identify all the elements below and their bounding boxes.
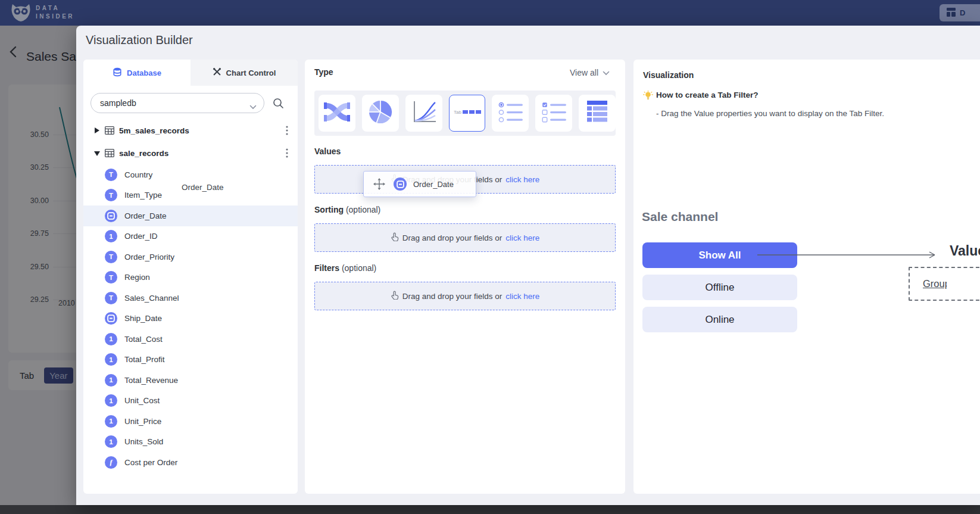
field-row[interactable]: 1Unit_Cost <box>83 391 298 412</box>
filters-dropzone[interactable]: Drag and drop your fields or click here <box>314 282 616 310</box>
dashboard-button-label: D <box>960 8 965 17</box>
field-row[interactable]: TRegion <box>83 267 298 288</box>
values-label: Values <box>314 147 341 156</box>
top-navbar: DATA INSIDER D <box>0 0 980 26</box>
sorting-dropzone[interactable]: Drag and drop your fields or click here <box>314 223 616 252</box>
caret-right-icon[interactable] <box>94 127 101 133</box>
search-icon[interactable] <box>273 98 284 111</box>
modal-title: Visualization Builder <box>86 33 193 47</box>
tab-database[interactable]: Database <box>83 60 191 86</box>
chart-type-tab-filter[interactable]: Tab <box>449 95 486 132</box>
annotation-group-box: Group <box>909 267 980 301</box>
field-type-function-icon: ƒ <box>105 456 117 469</box>
field-row[interactable]: TSales_Channel <box>83 288 298 309</box>
field-type-text-icon: T <box>105 271 117 284</box>
tab-filter-icon: Tab <box>454 107 481 119</box>
channel-button-offline[interactable]: Offline <box>642 275 797 300</box>
chevron-down-icon <box>603 68 610 77</box>
database-select-value: sampledb <box>100 98 136 108</box>
brand-line-bottom: INSIDER <box>36 13 74 21</box>
schema-tree: 5m_sales_recordssale_recordsTCountryTIte… <box>83 119 298 473</box>
annotation-group-label: Group <box>923 278 947 289</box>
field-type-text-icon: T <box>105 169 117 181</box>
click-here-link[interactable]: click here <box>505 175 539 184</box>
view-all-button[interactable]: View all <box>570 68 610 77</box>
table-name: 5m_sales_records <box>119 126 189 135</box>
click-here-link[interactable]: click here <box>505 233 539 242</box>
field-name: Ship_Date <box>124 314 162 323</box>
kebab-menu-icon[interactable] <box>286 126 288 138</box>
drag-ghost-card[interactable]: Order_Date <box>363 171 476 197</box>
field-type-number-icon: 1 <box>105 374 117 387</box>
field-row[interactable]: TItem_Type <box>83 185 298 206</box>
chart-type-single-select[interactable] <box>492 95 529 132</box>
app: DATA INSIDER D Sales Sa 30.5030.2530.002… <box>0 0 980 514</box>
caret-down-icon[interactable] <box>94 151 101 156</box>
field-name: Sales_Channel <box>124 294 179 303</box>
table-row[interactable]: sale_records <box>83 142 298 164</box>
chart-type-sankey[interactable] <box>319 95 355 132</box>
type-label: Type <box>314 67 333 77</box>
tab-database-label: Database <box>127 68 161 77</box>
chart-type-table-chart[interactable] <box>579 95 616 132</box>
field-type-number-icon: 1 <box>105 435 117 448</box>
field-row[interactable]: 1Units_Sold <box>83 432 298 453</box>
sorting-label: Sorting (optional) <box>314 205 380 214</box>
click-here-link[interactable]: click here <box>505 292 539 301</box>
widget-title: Sale channel <box>642 210 718 224</box>
annotation-value-label: Value <box>950 243 980 259</box>
field-name: Region <box>124 273 150 282</box>
line-chart-icon <box>411 100 437 126</box>
chart-type-multi-select[interactable] <box>535 95 572 132</box>
field-row[interactable]: TOrder_Priority <box>83 247 298 267</box>
tools-icon <box>213 67 221 78</box>
visualization-panel: Visualization How to create a Tab Filter… <box>633 60 980 494</box>
svg-text:Tab: Tab <box>454 110 461 115</box>
field-type-number-icon: 1 <box>105 415 117 428</box>
field-type-text-icon: T <box>105 251 117 263</box>
hand-icon <box>391 232 399 243</box>
date-field-icon <box>394 177 407 191</box>
visualization-title: Visualization <box>643 70 694 80</box>
table-icon <box>105 149 114 157</box>
field-name: Units_Sold <box>124 437 163 446</box>
field-type-text-icon: T <box>105 292 117 304</box>
owl-logo-icon <box>10 4 32 24</box>
field-row[interactable]: Ship_Date <box>83 309 298 329</box>
field-row[interactable]: TCountry <box>83 164 298 185</box>
multi-select-icon <box>542 102 566 125</box>
field-row[interactable]: 1Total_Profit <box>83 350 298 370</box>
field-name: Cost per Order <box>124 458 177 467</box>
tab-chart-control-label: Chart Control <box>226 68 276 77</box>
kebab-menu-icon[interactable] <box>286 148 288 160</box>
field-row[interactable]: 1Order_ID <box>83 226 298 247</box>
chevron-down-icon[interactable] <box>249 101 257 112</box>
channel-button-online[interactable]: Online <box>642 307 797 332</box>
filters-label: Filters (optional) <box>314 263 376 273</box>
field-type-number-icon: 1 <box>105 230 117 242</box>
field-row[interactable]: ƒCost per Order <box>83 452 298 473</box>
chart-type-strip: Tab <box>314 91 616 136</box>
database-panel: Database Chart Control sampledb 5m_sales… <box>83 60 298 494</box>
database-select[interactable]: sampledb <box>90 93 264 113</box>
ghost-field-label: Order_Date <box>413 180 454 189</box>
field-type-number-icon: 1 <box>105 333 117 345</box>
visualization-builder-modal: Visualization Builder Database Chart Con… <box>76 26 980 505</box>
table-name: sale_records <box>119 149 168 158</box>
field-name: Total_Profit <box>124 355 165 364</box>
field-row[interactable]: 1Unit_Price <box>83 411 298 432</box>
field-row[interactable]: 1Total_Cost <box>83 329 298 350</box>
field-row[interactable]: Order_Date <box>83 205 298 226</box>
dashboard-button[interactable]: D <box>940 4 980 21</box>
dropzone-text: Drag and drop your fields or <box>402 292 502 301</box>
table-row[interactable]: 5m_sales_records <box>83 119 298 142</box>
tip-title: How to create a Tab Filter? <box>656 91 759 99</box>
field-name: Order_ID <box>124 232 158 241</box>
chart-type-pie-chart[interactable] <box>362 95 399 132</box>
hand-icon <box>391 291 399 301</box>
chart-type-line-chart[interactable] <box>405 95 442 132</box>
field-row[interactable]: 1Total_Revenue <box>83 370 298 391</box>
sankey-icon <box>323 100 351 126</box>
tab-chart-control[interactable]: Chart Control <box>191 60 298 86</box>
dropzone-text: Drag and drop your fields or <box>402 233 502 242</box>
